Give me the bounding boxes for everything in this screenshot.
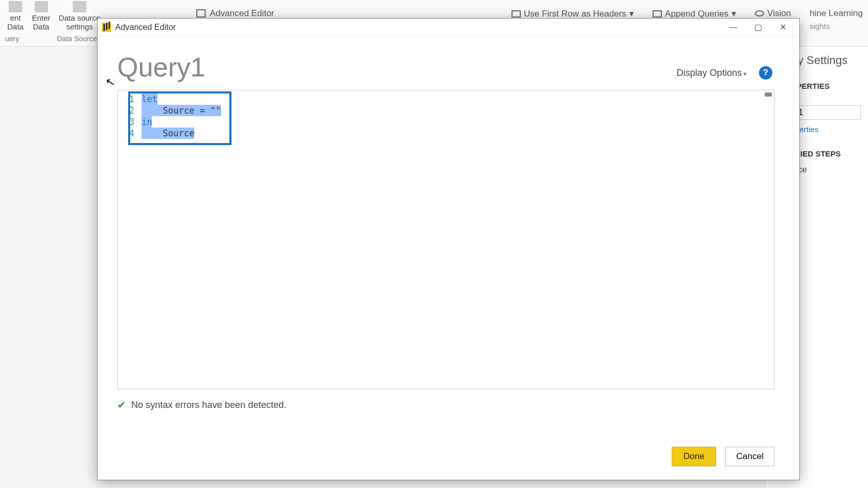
ribbon-label: sights bbox=[810, 22, 830, 30]
ribbon-adv-label: Advanced Editor bbox=[210, 8, 274, 19]
dialog-options-row: Display Options ? bbox=[677, 66, 772, 80]
code-keyword: in bbox=[142, 116, 152, 128]
line-number: 1 bbox=[122, 93, 134, 105]
chevron-down-icon: ▾ bbox=[629, 8, 634, 19]
status-text: No syntax errors have been detected. bbox=[131, 400, 286, 411]
ribbon-advanced-editor[interactable]: Advanced Editor bbox=[196, 8, 274, 19]
code-line: 2 Source = "" bbox=[122, 105, 770, 116]
ribbon-label: Use First Row as Headers bbox=[524, 9, 626, 19]
maximize-button[interactable]: ▢ bbox=[746, 20, 770, 35]
ribbon-vision[interactable]: Vision bbox=[750, 8, 796, 19]
code-line: 4 Source bbox=[122, 128, 770, 139]
ribbon-machine-learning[interactable]: hine Learning sights bbox=[804, 8, 868, 30]
display-options-dropdown[interactable]: Display Options bbox=[677, 68, 747, 78]
close-button[interactable]: ✕ bbox=[770, 20, 795, 35]
code-editor[interactable]: 1 let 2 Source = "" 3 in 4 Source bbox=[117, 90, 774, 389]
eye-icon bbox=[755, 10, 764, 17]
line-number: 2 bbox=[122, 105, 134, 116]
help-icon[interactable]: ? bbox=[759, 66, 772, 80]
document-icon bbox=[196, 9, 206, 18]
ribbon-group-label: uery bbox=[5, 35, 19, 43]
dialog-titlebar[interactable]: Advanced Editor — ▢ ✕ bbox=[98, 19, 799, 36]
ribbon-label: Append Queries bbox=[665, 9, 729, 19]
ribbon-btn-label: ent Data bbox=[7, 13, 24, 31]
chevron-down-icon: ▾ bbox=[732, 8, 736, 19]
dialog-title: Advanced Editor bbox=[115, 23, 176, 32]
query-heading: Query1 bbox=[117, 52, 774, 83]
scrollbar-thumb[interactable] bbox=[765, 92, 772, 97]
done-button[interactable]: Done bbox=[672, 447, 716, 466]
ribbon-group-label: Data Source bbox=[57, 35, 97, 43]
code-keyword: let bbox=[142, 93, 158, 105]
ribbon-btn-label: Enter Data bbox=[32, 13, 51, 31]
powerbi-logo-icon bbox=[102, 23, 111, 32]
ribbon-btn-recent[interactable]: ent Data bbox=[7, 1, 24, 33]
code-area[interactable]: 1 let 2 Source = "" 3 in 4 Source bbox=[118, 90, 774, 142]
ribbon-append-queries[interactable]: Append Queries ▾ bbox=[647, 8, 741, 19]
ribbon-label: hine Learning bbox=[810, 8, 863, 19]
code-text: Source = "" bbox=[142, 105, 221, 116]
gear-icon bbox=[73, 1, 86, 12]
ribbon-btn-enter-data[interactable]: Enter Data bbox=[32, 1, 51, 33]
line-number: 3 bbox=[122, 116, 134, 128]
dialog-body: Query1 Display Options ? 1 let 2 Source … bbox=[98, 36, 799, 480]
cancel-button[interactable]: Cancel bbox=[725, 447, 774, 466]
advanced-editor-dialog: Advanced Editor — ▢ ✕ Query1 Display Opt… bbox=[97, 18, 800, 480]
ribbon-btn-label: Data source settings bbox=[59, 13, 101, 31]
checkmark-icon: ✔ bbox=[117, 399, 126, 411]
minimize-button[interactable]: — bbox=[721, 20, 746, 35]
ribbon-btn-data-source-settings[interactable]: Data source settings bbox=[59, 1, 101, 33]
code-text: Source bbox=[142, 128, 194, 139]
table-header-icon bbox=[512, 10, 521, 18]
code-line: 1 let bbox=[122, 93, 770, 105]
append-icon bbox=[653, 10, 662, 18]
line-number: 4 bbox=[122, 128, 134, 139]
ribbon-use-first-row[interactable]: Use First Row as Headers ▾ bbox=[506, 8, 639, 19]
syntax-status: ✔ No syntax errors have been detected. bbox=[117, 399, 774, 411]
dialog-buttons: Done Cancel bbox=[672, 447, 774, 466]
code-line: 3 in bbox=[122, 116, 770, 128]
clock-icon bbox=[9, 1, 22, 12]
table-icon bbox=[35, 1, 48, 12]
ribbon-label: Vision bbox=[767, 8, 791, 19]
